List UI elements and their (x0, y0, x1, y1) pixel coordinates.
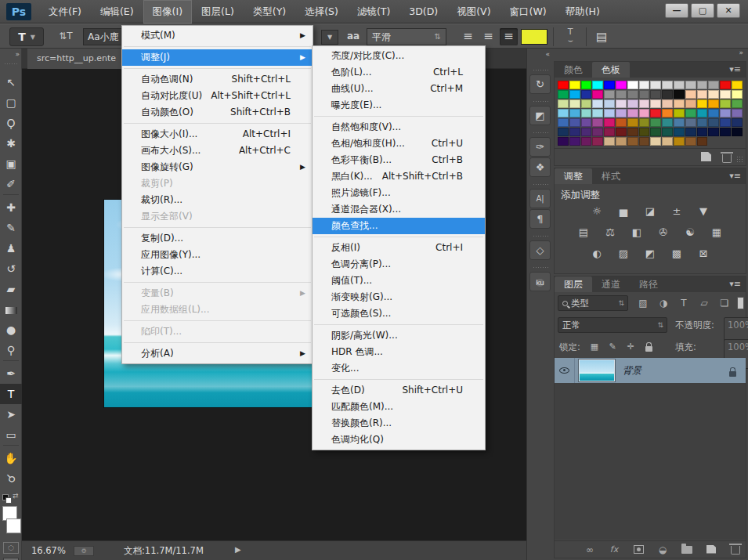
adjust-submenu-item[interactable]: 曲线(U)...Ctrl+M (313, 81, 485, 97)
color-swatch[interactable] (558, 99, 569, 108)
image-menu-item[interactable]: 自动色调(N)Shift+Ctrl+L (122, 71, 313, 88)
color-swatch[interactable] (662, 81, 673, 89)
color-swatch[interactable] (732, 118, 743, 127)
color-swatch[interactable] (685, 90, 696, 99)
new-swatch-icon[interactable] (701, 152, 711, 161)
status-arrow-icon[interactable]: ▶ (235, 545, 241, 554)
move-tool[interactable]: ↖ (0, 72, 22, 92)
brush-panel-icon[interactable]: ✑ (529, 137, 551, 157)
menubar-item-i[interactable]: 图像(I) (143, 0, 192, 23)
color-swatch[interactable] (581, 109, 592, 117)
layers-tab-2[interactable]: 路径 (630, 276, 667, 292)
history-panel-icon[interactable]: ↻ (529, 74, 551, 94)
lock-all-icon[interactable] (643, 339, 654, 355)
swatches-tab-0[interactable]: 颜色 (555, 62, 592, 78)
menubar-item-f[interactable]: 文件(F) (39, 0, 91, 23)
color-swatch[interactable] (616, 81, 627, 89)
hue-saturation-icon[interactable]: ▤ (574, 226, 594, 240)
color-swatch[interactable] (720, 81, 731, 89)
grip-handle[interactable] (4, 63, 18, 66)
color-swatch[interactable] (604, 109, 615, 117)
adjust-submenu-item[interactable]: 匹配颜色(M)... (313, 399, 485, 415)
color-swatch[interactable] (697, 90, 708, 99)
blend-mode-select[interactable]: 正常 ⇅ (558, 317, 667, 333)
clone-stamp-tool[interactable]: ♟ (0, 238, 22, 258)
color-swatch[interactable] (685, 81, 696, 89)
zoom-tool[interactable]: ⚲ (0, 468, 22, 489)
properties-panel-icon[interactable]: ◩ (529, 106, 551, 125)
color-swatch[interactable] (592, 81, 603, 89)
color-swatch[interactable] (627, 128, 638, 136)
kuler-panel-icon[interactable]: ku (529, 272, 551, 291)
hand-tool[interactable]: ✋ (0, 448, 22, 468)
color-swatch[interactable] (650, 99, 661, 108)
adjust-submenu-item[interactable]: 色相/饱和度(H)...Ctrl+U (313, 135, 485, 152)
color-swatch[interactable] (720, 99, 731, 108)
levels-icon[interactable]: ▅ (614, 204, 634, 219)
lock-position-icon[interactable]: ✛ (625, 339, 636, 355)
new-adjustment-layer-icon[interactable]: ◒ (657, 541, 668, 558)
filter-toggle-switch[interactable] (737, 297, 744, 309)
color-swatch[interactable] (674, 137, 685, 146)
color-swatch[interactable] (662, 99, 673, 108)
color-swatch[interactable] (720, 118, 731, 127)
text-orientation-icon[interactable]: ⇅T (55, 31, 77, 45)
color-swatch[interactable] (581, 128, 592, 136)
blur-tool[interactable]: ● (0, 320, 22, 340)
color-swatch[interactable] (650, 109, 661, 117)
quick-mask-button[interactable]: ◌ (3, 542, 19, 554)
color-swatch[interactable] (674, 109, 685, 117)
color-swatch[interactable] (674, 128, 685, 136)
filter-shape-icon[interactable]: ▱ (697, 295, 711, 311)
color-swatch[interactable] (732, 128, 743, 136)
color-swatch[interactable] (639, 81, 650, 89)
shape-tool[interactable]: ▭ (0, 425, 22, 445)
color-swatch[interactable] (639, 99, 650, 108)
adjust-submenu-item[interactable]: 可选颜色(S)... (313, 305, 485, 322)
layer-thumbnail[interactable] (579, 359, 615, 381)
color-swatch[interactable] (708, 81, 719, 89)
layer-row-background[interactable]: 背景 (555, 358, 746, 383)
color-swatch[interactable] (592, 90, 603, 99)
zoom-level[interactable]: 16.67% (31, 545, 66, 556)
color-swatch[interactable] (674, 90, 685, 99)
channel-mixer-icon[interactable]: ☯ (681, 226, 700, 240)
color-swatch[interactable] (616, 118, 627, 127)
adjust-submenu-item[interactable]: 曝光度(E)... (313, 97, 485, 114)
swap-colors-icon[interactable]: ⇄ (13, 492, 19, 500)
color-swatch[interactable] (697, 137, 708, 146)
photo-filter-icon[interactable]: ✇ (654, 226, 674, 240)
color-swatch[interactable] (627, 81, 638, 89)
link-layers-icon[interactable]: ∞ (584, 541, 595, 558)
color-swatch[interactable] (639, 137, 650, 146)
color-swatch[interactable] (674, 118, 685, 127)
menubar-item-s[interactable]: 选择(S) (295, 0, 348, 23)
color-swatch[interactable] (581, 118, 592, 127)
image-menu-item[interactable]: 画布大小(S)...Alt+Ctrl+C (122, 143, 313, 159)
collapse-dock-icon[interactable]: « (527, 50, 553, 60)
color-swatch[interactable] (697, 128, 708, 136)
adjust-submenu-item[interactable]: 通道混合器(X)... (313, 201, 485, 218)
gradient-map-icon[interactable]: ▩ (667, 247, 687, 261)
curves-icon[interactable]: ◪ (641, 204, 660, 219)
color-swatch[interactable] (604, 128, 615, 136)
adjust-submenu-item[interactable]: 自然饱和度(V)... (313, 119, 485, 135)
panel-menu-icon[interactable]: ▾≡ (729, 168, 741, 184)
vibrance-icon[interactable]: ▼ (694, 204, 714, 219)
color-swatch[interactable] (558, 109, 569, 117)
current-tool-button[interactable]: T ▼ (9, 27, 44, 46)
adjust-submenu-item[interactable]: 变化... (313, 360, 485, 377)
color-swatch[interactable] (674, 99, 685, 108)
new-layer-icon[interactable] (706, 541, 717, 559)
menubar-item-l[interactable]: 图层(L) (192, 0, 244, 23)
align-right-icon[interactable]: ≡ (500, 28, 518, 45)
grip-handle[interactable] (533, 183, 548, 186)
color-swatch[interactable] (685, 128, 696, 136)
expand-dock-icon[interactable]: » (552, 49, 748, 60)
dodge-tool[interactable]: ⚲ (0, 340, 22, 360)
color-swatch[interactable] (627, 118, 638, 127)
character-panel-icon[interactable]: A| (529, 189, 551, 208)
color-swatch[interactable] (732, 99, 743, 108)
color-swatch[interactable] (558, 128, 569, 136)
color-swatch[interactable] (650, 90, 661, 99)
